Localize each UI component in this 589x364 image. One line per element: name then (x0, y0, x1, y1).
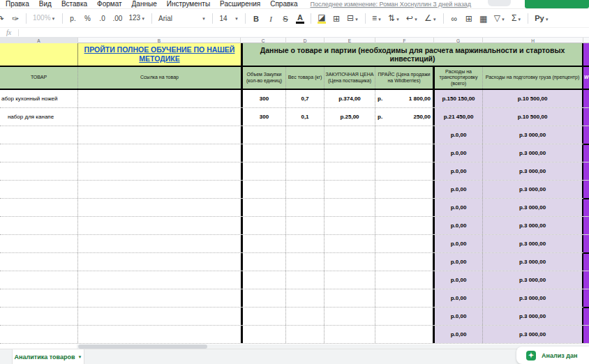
cell-transport-cost[interactable]: р.0,00 (435, 217, 483, 234)
cell-prep-cost[interactable]: р.3 000,00 (483, 181, 582, 198)
cell-weight[interactable] (286, 144, 325, 162)
cell-weight[interactable] (286, 181, 325, 198)
cell-prep-cost[interactable]: р.3 000,00 (483, 235, 582, 252)
font-select[interactable]: Arial (158, 14, 195, 24)
cell-price[interactable] (375, 289, 433, 307)
cell-price[interactable] (375, 144, 433, 162)
cell-volume[interactable] (243, 289, 286, 307)
cell-price[interactable] (375, 308, 433, 325)
cell-i1[interactable] (583, 43, 589, 66)
cell-weight[interactable]: 0,1 (286, 108, 325, 126)
addon-button[interactable]: Ру▼ (535, 13, 549, 24)
functions-icon[interactable]: Σ▼ (512, 13, 521, 24)
cell-volume[interactable] (243, 271, 286, 289)
cell-price[interactable] (375, 199, 433, 216)
menu-tools[interactable]: Инструменты (167, 0, 210, 8)
section-title-cell[interactable]: Данные о товаре и партии (необходимы для… (243, 43, 582, 66)
cell-prep-cost[interactable]: р.3 000,00 (483, 162, 582, 180)
column-header-h[interactable]: H (483, 38, 583, 43)
decrease-decimals-button[interactable]: .0 (98, 14, 107, 24)
cell-transport-cost[interactable]: р.0,00 (435, 326, 483, 343)
cell-weight[interactable] (286, 162, 325, 180)
share-button[interactable] (525, 0, 589, 8)
avatar[interactable] (488, 0, 511, 6)
cell-purchase-price[interactable] (325, 162, 375, 180)
insert-link-icon[interactable]: ∞ (450, 14, 458, 24)
cell-product[interactable] (0, 253, 78, 271)
cell-weight[interactable] (286, 217, 325, 234)
cell-i-clipped[interactable] (583, 326, 589, 343)
cell-product-link[interactable] (78, 126, 241, 144)
cell-weight[interactable] (286, 235, 325, 252)
cell-prep-cost[interactable]: р.3 000,00 (483, 199, 582, 216)
cell-product[interactable] (0, 326, 78, 343)
cell-i-clipped[interactable] (583, 199, 589, 216)
cell-transport-cost[interactable]: р.0,00 (435, 181, 483, 198)
cell-product[interactable] (0, 289, 78, 307)
cell-transport-cost[interactable]: р.0,00 (435, 253, 483, 271)
cell-product-link[interactable] (78, 326, 241, 343)
cell-prep-cost[interactable]: р.3 000,00 (483, 289, 582, 307)
cell-transport-cost[interactable]: р.0,00 (435, 308, 483, 325)
cell-volume[interactable] (243, 162, 286, 180)
cell-product-link[interactable] (78, 289, 241, 307)
increase-decimals-button[interactable]: .00 (113, 14, 123, 24)
cell-product[interactable] (0, 199, 78, 216)
cell-purchase-price[interactable] (325, 289, 375, 307)
cell-purchase-price[interactable] (325, 271, 375, 289)
merge-cells-icon[interactable]: ⊟▼ (347, 13, 359, 24)
insert-chart-icon[interactable]: ▦ (479, 14, 488, 24)
cell-volume[interactable] (243, 253, 286, 271)
column-header-f[interactable]: F (375, 38, 434, 43)
cell-i-clipped[interactable] (583, 108, 589, 126)
cell-product[interactable]: набор для канапе (0, 108, 78, 126)
cell-prep-cost[interactable]: р.10 500,00 (483, 90, 582, 107)
header-price[interactable]: ПРАЙС (Цена продажи на Wildberries) (375, 67, 433, 89)
cell-volume[interactable] (243, 308, 286, 325)
cell-purchase-price[interactable] (325, 217, 375, 234)
cell-purchase-price[interactable] (325, 326, 375, 343)
font-select-caret[interactable]: ▼ (202, 17, 206, 21)
menu-help[interactable]: Справка (270, 0, 297, 8)
cell-transport-cost[interactable]: р.0,00 (435, 289, 483, 307)
column-header-a[interactable]: A (0, 38, 78, 43)
cell-product-link[interactable] (78, 308, 241, 325)
formula-input[interactable] (23, 28, 589, 37)
header-product[interactable]: ТОВАР (0, 67, 78, 89)
cell-weight[interactable] (286, 126, 325, 144)
cell-product[interactable] (0, 181, 78, 198)
cell-product-link[interactable] (78, 90, 241, 107)
percent-format-button[interactable]: % (84, 14, 92, 24)
cell-price[interactable] (375, 126, 433, 144)
cell-purchase-price[interactable] (325, 144, 375, 162)
cell-i-clipped[interactable] (583, 289, 589, 307)
cell-weight[interactable] (286, 253, 325, 271)
cell-price[interactable]: р. 1 800,00 (375, 90, 433, 107)
cell-i-clipped[interactable] (583, 217, 589, 234)
cell-product[interactable]: абор кухонный ножей (0, 90, 78, 107)
cell-weight[interactable] (286, 199, 325, 216)
menu-extensions[interactable]: Расширения (220, 0, 260, 8)
cell-price[interactable] (375, 235, 433, 252)
cell-prep-cost[interactable]: р.3 000,00 (483, 126, 582, 144)
cell-weight[interactable] (286, 289, 325, 307)
menu-insert[interactable]: Вставка (61, 0, 87, 8)
font-size-caret[interactable]: ▼ (234, 17, 239, 21)
paint-format-icon[interactable]: ✑ (11, 14, 20, 24)
fill-color-icon[interactable]: ◪ (318, 14, 326, 24)
cell-i-clipped[interactable] (583, 90, 589, 107)
cell-transport-cost[interactable]: р.0,00 (435, 144, 483, 162)
cell-purchase-price[interactable] (325, 308, 375, 325)
cell-i-clipped[interactable] (583, 144, 589, 162)
cell-product-link[interactable] (78, 144, 241, 162)
cell-product-link[interactable] (78, 199, 241, 216)
cell-transport-cost[interactable]: р.0,00 (435, 126, 483, 144)
cell-purchase-price[interactable] (325, 253, 375, 271)
zoom-select[interactable]: 100%▼ (33, 13, 56, 24)
menu-view[interactable]: Вид (39, 0, 52, 8)
cell-product[interactable] (0, 217, 78, 234)
cell-product[interactable] (0, 235, 78, 252)
cell-prep-cost[interactable]: р.3 000,00 (483, 271, 582, 289)
cell-volume[interactable] (243, 235, 286, 252)
cell-transport-cost[interactable]: р.0,00 (435, 271, 483, 289)
